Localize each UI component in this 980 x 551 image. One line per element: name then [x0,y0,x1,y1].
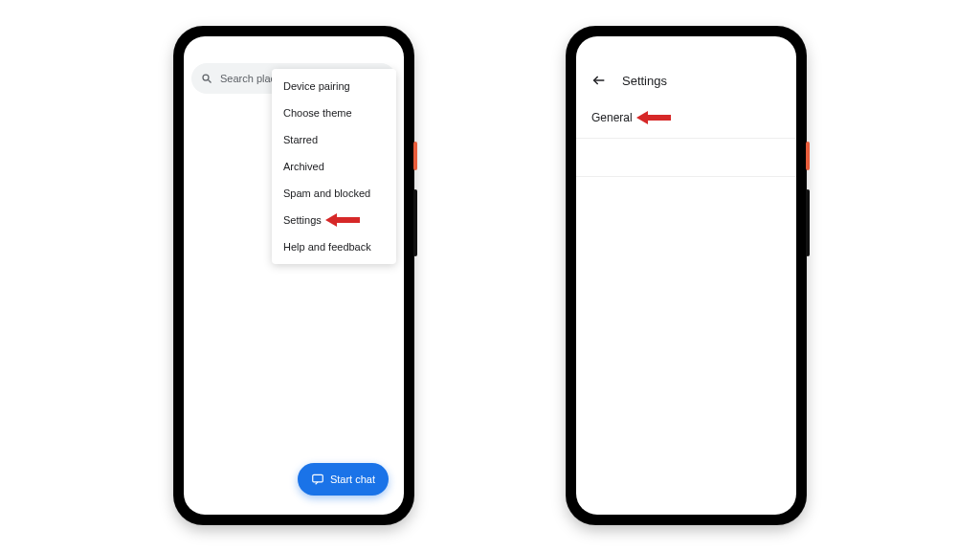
phone-left-screen: Search places Device pairing Choose them… [184,36,404,515]
menu-item-help-feedback[interactable]: Help and feedback [272,233,396,260]
settings-item-general[interactable]: General [576,98,796,139]
annotation-arrow-icon [638,112,671,123]
chat-icon [311,473,324,486]
fab-label: Start chat [330,474,375,485]
power-button [806,142,810,170]
overflow-menu: Device pairing Choose theme Starred Arch… [272,69,396,264]
svg-point-0 [203,75,209,80]
start-chat-button[interactable]: Start chat [298,463,389,496]
phone-right-screen: Settings General [576,36,796,515]
menu-item-spam-blocked[interactable]: Spam and blocked [272,180,396,207]
settings-spacer [576,139,796,177]
svg-rect-2 [313,474,323,482]
volume-button [413,189,417,256]
back-arrow-icon[interactable] [591,73,607,88]
phone-left: Search places Device pairing Choose them… [174,27,413,524]
menu-item-choose-theme[interactable]: Choose theme [272,99,396,126]
search-icon [201,73,212,84]
app-bar: Settings [576,63,796,98]
annotation-arrow-icon [327,214,360,226]
appbar-title: Settings [622,74,667,88]
volume-button [806,189,810,256]
svg-line-1 [209,80,212,83]
phone-right: Settings General [567,27,806,524]
menu-item-archived[interactable]: Archived [272,153,396,180]
power-button [413,142,417,170]
menu-item-starred[interactable]: Starred [272,126,396,153]
menu-item-settings[interactable]: Settings [272,207,396,233]
menu-item-device-pairing[interactable]: Device pairing [272,73,396,99]
